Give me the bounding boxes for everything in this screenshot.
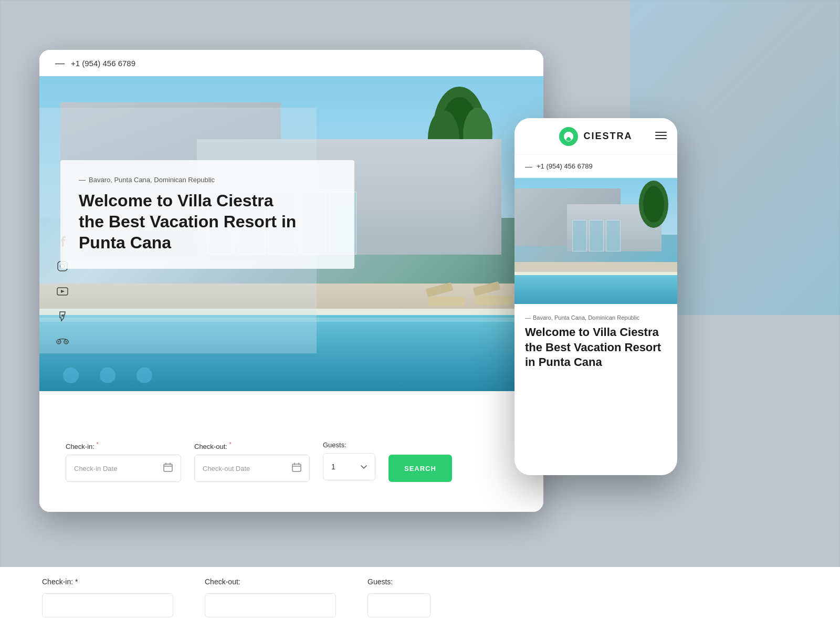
tablet-hero: — Bavaro, Punta Cana, Dominican Republic… bbox=[39, 76, 543, 391]
location-text: Bavaro, Punta Cana, Dominican Republic bbox=[89, 176, 215, 184]
checkin-label: Check-in: * bbox=[66, 441, 181, 450]
mobile-pool bbox=[514, 272, 677, 304]
svg-rect-6 bbox=[475, 296, 512, 305]
youtube-icon[interactable] bbox=[55, 284, 70, 299]
bg-checkout-label: Check-out: bbox=[205, 578, 336, 586]
bg-guests-label: Guests: bbox=[368, 578, 430, 586]
bg-guests-input bbox=[368, 593, 430, 617]
pool-lights bbox=[55, 365, 213, 386]
location-dash: — bbox=[79, 176, 86, 184]
mobile-tree-svg bbox=[638, 181, 669, 233]
svg-rect-5 bbox=[426, 282, 453, 297]
mobile-welcome-title: Welcome to Villa Ciestra the Best Vacati… bbox=[525, 325, 667, 370]
foursquare-icon[interactable] bbox=[55, 309, 70, 324]
svg-rect-4 bbox=[428, 297, 465, 306]
dropdown-chevron-icon bbox=[361, 463, 367, 471]
svg-rect-7 bbox=[473, 281, 500, 296]
bg-guests-field: Guests: bbox=[368, 578, 430, 617]
bg-bottom-bar: Check-in: * Check-out: Guests: bbox=[0, 567, 840, 630]
mobile-location-dash: — bbox=[525, 314, 531, 321]
bg-checkout-field: Check-out: bbox=[205, 578, 336, 617]
guests-select[interactable]: 1 bbox=[323, 453, 375, 480]
bg-checkin-input bbox=[42, 593, 173, 617]
mobile-hero bbox=[514, 178, 677, 304]
mobile-phone-number: +1 (954) 456 6789 bbox=[537, 162, 593, 170]
checkin-input[interactable]: Check-in Date bbox=[66, 455, 181, 482]
checkin-calendar-icon bbox=[163, 463, 173, 474]
mobile-menu-icon[interactable] bbox=[655, 130, 667, 142]
tripadvisor-icon[interactable] bbox=[55, 334, 70, 349]
mobile-location-text: Bavaro, Punta Cana, Dominican Republic bbox=[533, 314, 639, 321]
checkin-field: Check-in: * Check-in Date bbox=[66, 441, 181, 482]
mobile-phone-dash: — bbox=[525, 162, 532, 171]
svg-rect-20 bbox=[164, 464, 172, 471]
checkout-field: Check-out: * Check-out Date bbox=[194, 441, 310, 482]
guests-label: Guests: bbox=[323, 441, 375, 449]
tablet-phone-dash: — bbox=[55, 58, 65, 69]
tablet-phone-number: +1 (954) 456 6789 bbox=[71, 59, 135, 68]
mobile-brand-name: CIESTRA bbox=[583, 131, 632, 142]
svg-point-10 bbox=[136, 368, 152, 383]
checkout-input[interactable]: Check-out Date bbox=[194, 455, 310, 482]
mobile-location: — Bavaro, Punta Cana, Dominican Republic bbox=[525, 314, 667, 321]
svg-point-19 bbox=[66, 341, 67, 343]
mobile-mockup: CIESTRA — +1 (954) 456 6789 bbox=[514, 118, 677, 475]
welcome-card: — Bavaro, Punta Cana, Dominican Republic… bbox=[60, 160, 354, 269]
bg-checkin-label: Check-in: * bbox=[42, 578, 173, 586]
mobile-header: CIESTRA bbox=[514, 118, 677, 155]
mobile-phone-bar: — +1 (954) 456 6789 bbox=[514, 155, 677, 178]
svg-point-8 bbox=[63, 368, 79, 383]
mobile-logo-icon bbox=[559, 127, 578, 146]
booking-bar: Check-in: * Check-in Date Check-out: * bbox=[39, 428, 543, 512]
lounge-chairs-svg bbox=[423, 281, 528, 312]
guests-field: Guests: 1 bbox=[323, 441, 375, 480]
svg-point-9 bbox=[100, 368, 116, 383]
tablet-mockup: — +1 (954) 456 6789 bbox=[39, 50, 543, 512]
mobile-pool-edge bbox=[514, 272, 677, 275]
welcome-location: — Bavaro, Punta Cana, Dominican Republic bbox=[79, 176, 336, 184]
mobile-hero-bg bbox=[514, 178, 677, 304]
svg-point-17 bbox=[58, 341, 60, 343]
mobile-welcome-card: — Bavaro, Punta Cana, Dominican Republic… bbox=[514, 304, 677, 381]
bg-checkin-field: Check-in: * bbox=[42, 578, 173, 617]
mobile-glass-panels bbox=[572, 220, 621, 251]
svg-point-23 bbox=[643, 186, 664, 223]
search-button[interactable]: SEARCH bbox=[388, 455, 452, 482]
svg-rect-21 bbox=[292, 464, 301, 471]
checkout-label: Check-out: * bbox=[194, 441, 310, 450]
tablet-top-bar: — +1 (954) 456 6789 bbox=[39, 50, 543, 76]
checkout-calendar-icon bbox=[292, 463, 301, 474]
bg-checkout-input bbox=[205, 593, 336, 617]
welcome-title: Welcome to Villa Ciestra the Best Vacati… bbox=[79, 190, 336, 253]
svg-marker-15 bbox=[61, 290, 65, 293]
